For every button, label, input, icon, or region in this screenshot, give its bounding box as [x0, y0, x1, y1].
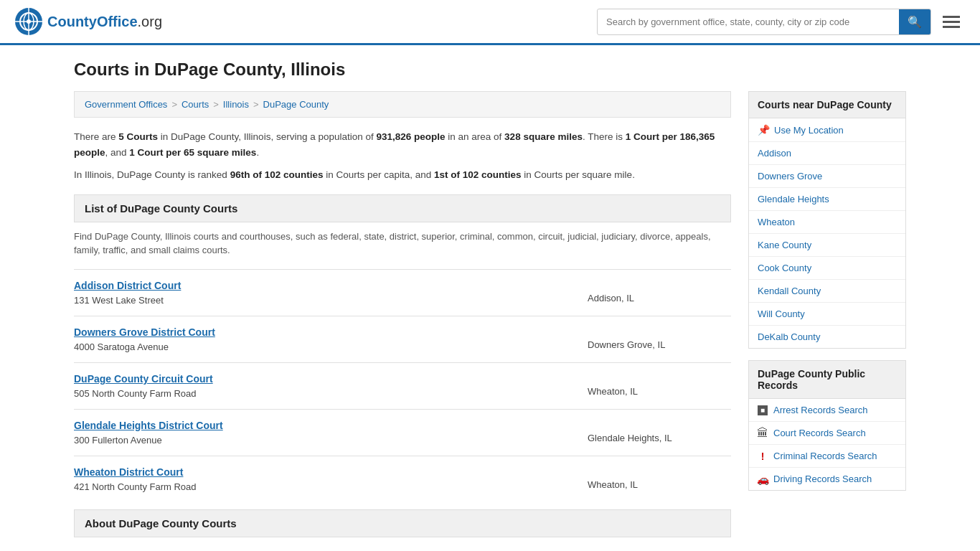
sidebar-county-kane-link[interactable]: Kane County — [758, 240, 811, 250]
page-title: Courts in DuPage County, Illinois — [74, 60, 906, 80]
main-content: Government Offices > Courts > Illinois >… — [74, 91, 731, 537]
menu-icon-line2 — [943, 21, 960, 23]
sidebar-city-glendale-heights-link[interactable]: Glendale Heights — [758, 194, 829, 204]
court-address: 131 West Lake Street — [74, 295, 164, 306]
court-name[interactable]: Downers Grove District Court — [74, 326, 588, 338]
court-address: 300 Fullerton Avenue — [74, 435, 162, 446]
arrest-records-link[interactable]: Arrest Records Search — [773, 405, 868, 415]
record-driving: 🚗 Driving Records Search — [749, 468, 905, 490]
search-icon: 🔍 — [908, 16, 922, 28]
court-city: Wheaton, IL — [588, 466, 731, 490]
court-city: Addison, IL — [588, 280, 731, 303]
main-container: Courts in DuPage County, Illinois Govern… — [60, 45, 920, 537]
sidebar-city-downers-grove: Downers Grove — [749, 165, 905, 188]
content-layout: Government Offices > Courts > Illinois >… — [74, 91, 906, 537]
court-city: Downers Grove, IL — [588, 326, 731, 350]
search-bar: 🔍 — [597, 9, 931, 35]
logo-icon — [14, 7, 43, 36]
sidebar-city-glendale-heights: Glendale Heights — [749, 188, 905, 211]
menu-button[interactable] — [937, 13, 966, 31]
sidebar-county-kane: Kane County — [749, 234, 905, 257]
sidebar: Courts near DuPage County 📌 Use My Locat… — [748, 91, 906, 537]
sidebar-city-wheaton: Wheaton — [749, 211, 905, 234]
menu-icon-line3 — [943, 26, 960, 28]
court-item-left: DuPage County Circuit Court 505 North Co… — [74, 373, 588, 399]
description-p1: There are 5 Courts in DuPage County, Ill… — [74, 129, 731, 160]
court-item: Downers Grove District Court 4000 Sarato… — [74, 316, 731, 362]
sidebar-county-cook: Cook County — [749, 257, 905, 280]
sidebar-nearby-list: 📌 Use My Location Addison Downers Grove … — [748, 118, 906, 349]
record-arrest: ■ Arrest Records Search — [749, 399, 905, 422]
logo-area: CountyOffice.org — [14, 7, 162, 36]
sidebar-county-will: Will County — [749, 303, 905, 326]
breadcrumb: Government Offices > Courts > Illinois >… — [74, 91, 731, 118]
sidebar-county-dekalb-link[interactable]: DeKalb County — [758, 331, 820, 342]
court-item-left: Wheaton District Court 421 North County … — [74, 466, 588, 492]
sidebar-county-kendall-link[interactable]: Kendall County — [758, 286, 821, 296]
breadcrumb-sep2: > — [213, 99, 219, 110]
court-item: Addison District Court 131 West Lake Str… — [74, 269, 731, 316]
list-desc: Find DuPage County, Illinois courts and … — [74, 230, 731, 258]
site-header: CountyOffice.org 🔍 — [0, 0, 980, 45]
breadcrumb-dupage[interactable]: DuPage County — [263, 99, 329, 110]
header-right: 🔍 — [597, 9, 966, 35]
sidebar-county-will-link[interactable]: Will County — [758, 309, 805, 319]
search-input[interactable] — [598, 11, 899, 33]
criminal-records-link[interactable]: Criminal Records Search — [773, 451, 877, 461]
court-city: Glendale Heights, IL — [588, 420, 731, 443]
court-item: DuPage County Circuit Court 505 North Co… — [74, 362, 731, 409]
location-pin-icon: 📌 — [758, 124, 770, 136]
sidebar-county-cook-link[interactable]: Cook County — [758, 263, 811, 273]
record-criminal: ! Criminal Records Search — [749, 445, 905, 468]
breadcrumb-sep1: > — [171, 99, 177, 110]
sidebar-use-location[interactable]: 📌 Use My Location — [749, 118, 905, 142]
sidebar-nearby-heading: Courts near DuPage County — [748, 91, 906, 118]
court-item-left: Addison District Court 131 West Lake Str… — [74, 280, 588, 306]
court-name[interactable]: Addison District Court — [74, 280, 588, 291]
sidebar-county-kendall: Kendall County — [749, 280, 905, 303]
sidebar-county-dekalb: DeKalb County — [749, 326, 905, 348]
sidebar-city-downers-grove-link[interactable]: Downers Grove — [758, 171, 822, 182]
court-name[interactable]: Glendale Heights District Court — [74, 420, 588, 431]
about-heading: About DuPage County Courts — [74, 509, 731, 537]
record-court: 🏛 Court Records Search — [749, 422, 905, 445]
court-name[interactable]: Wheaton District Court — [74, 466, 588, 478]
search-button[interactable]: 🔍 — [899, 9, 930, 34]
court-name[interactable]: DuPage County Circuit Court — [74, 373, 588, 385]
sidebar-records-heading: DuPage County Public Records — [748, 360, 906, 399]
court-icon: 🏛 — [758, 428, 768, 438]
sidebar-records-list: ■ Arrest Records Search 🏛 Court Records … — [748, 399, 906, 491]
criminal-icon: ! — [758, 451, 768, 461]
breadcrumb-illinois[interactable]: Illinois — [223, 99, 249, 110]
sidebar-city-wheaton-link[interactable]: Wheaton — [758, 217, 795, 227]
court-records-link[interactable]: Court Records Search — [773, 428, 866, 438]
driving-icon: 🚗 — [758, 474, 768, 484]
sidebar-city-addison: Addison — [749, 142, 905, 165]
description-p2: In Illinois, DuPage County is ranked 96t… — [74, 167, 731, 183]
arrest-icon: ■ — [758, 405, 768, 415]
list-heading: List of DuPage County Courts — [74, 194, 731, 222]
logo-text: CountyOffice.org — [47, 14, 162, 30]
court-city: Wheaton, IL — [588, 373, 731, 397]
svg-point-5 — [27, 19, 31, 24]
court-address: 421 North County Farm Road — [74, 481, 197, 492]
court-item-left: Downers Grove District Court 4000 Sarato… — [74, 326, 588, 352]
breadcrumb-sep3: > — [253, 99, 259, 110]
court-item: Glendale Heights District Court 300 Full… — [74, 409, 731, 456]
menu-icon-line1 — [943, 16, 960, 18]
driving-records-link[interactable]: Driving Records Search — [773, 474, 872, 484]
breadcrumb-courts[interactable]: Courts — [182, 99, 209, 110]
sidebar-city-addison-link[interactable]: Addison — [758, 148, 791, 159]
court-address: 4000 Saratoga Avenue — [74, 342, 169, 352]
use-location-link[interactable]: Use My Location — [774, 125, 844, 136]
court-item-left: Glendale Heights District Court 300 Full… — [74, 420, 588, 446]
courts-list: Addison District Court 131 West Lake Str… — [74, 269, 731, 502]
breadcrumb-gov-offices[interactable]: Government Offices — [85, 99, 167, 110]
court-address: 505 North County Farm Road — [74, 388, 197, 399]
court-item: Wheaton District Court 421 North County … — [74, 456, 731, 502]
